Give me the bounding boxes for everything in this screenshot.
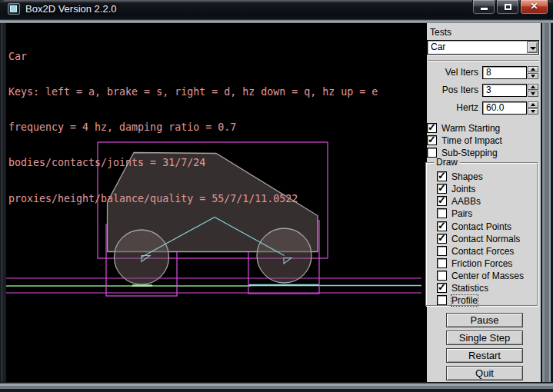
pos-iters-label: Pos Iters: [427, 84, 481, 97]
draw-group-label: Draw: [434, 158, 460, 168]
check-icon: ✓: [428, 134, 436, 145]
shapes-label: Shapes: [451, 171, 483, 182]
arrow-up-icon: [531, 68, 535, 71]
separator: [428, 60, 539, 61]
center-of-masses-checkbox[interactable]: ✓: [437, 271, 447, 281]
warm-starting-label: Warm Starting: [441, 123, 500, 134]
frequency-line: frequency = 4 hz, damping ratio = 0.7: [8, 121, 378, 133]
pairs-label: Pairs: [451, 208, 472, 219]
warm-starting-checkbox[interactable]: ✓: [427, 123, 437, 133]
control-panel: Tests Car Vel Iters 8 Pos Iters 3 Hertz …: [427, 23, 541, 382]
pos-iters-input[interactable]: 3: [482, 84, 527, 97]
restart-button[interactable]: Restart: [446, 348, 523, 363]
vel-iters-spinner: [528, 66, 538, 79]
arrow-up-icon: [531, 85, 535, 88]
aabbs-checkbox[interactable]: ✓: [437, 196, 447, 206]
friction-forces-checkbox[interactable]: ✓: [437, 258, 447, 268]
check-icon: ✓: [438, 170, 446, 181]
close-button[interactable]: ✕: [520, 0, 548, 15]
friction-forces-label: Friction Forces: [451, 258, 512, 269]
title-bar[interactable]: Box2D Version 2.2.0 ✕: [0, 0, 553, 23]
pairs-checkbox[interactable]: ✓: [437, 208, 447, 218]
check-icon: ✓: [438, 220, 446, 231]
window-controls: ✕: [471, 0, 548, 15]
profile-checkbox[interactable]: ✓: [437, 295, 447, 305]
hertz-spinner: [528, 101, 538, 115]
tests-dropdown[interactable]: Car: [427, 40, 539, 55]
keys-help-line: Keys: left = a, brake = s, right = d, hz…: [8, 86, 378, 98]
contact-normals-checkbox[interactable]: ✓: [437, 234, 447, 244]
pos-iters-spin-down[interactable]: [528, 91, 538, 97]
contact-points-label: Contact Points: [451, 221, 511, 232]
statistics-label: Statistics: [451, 283, 488, 294]
hertz-label: Hertz: [427, 101, 481, 115]
tests-dropdown-button[interactable]: [527, 42, 538, 53]
profile-label: Profile: [451, 295, 478, 306]
app-icon: [8, 3, 20, 15]
shapes-checkbox[interactable]: ✓: [437, 171, 447, 181]
check-icon: ✓: [438, 194, 446, 206]
window-frame-left: [0, 23, 6, 392]
vel-iters-spin-down[interactable]: [528, 73, 538, 79]
check-icon: ✓: [428, 121, 436, 133]
check-icon: ✓: [438, 182, 446, 194]
tests-dropdown-value: Car: [431, 42, 445, 53]
pause-button[interactable]: Pause: [446, 313, 523, 327]
window-title: Box2D Version 2.2.0: [25, 3, 117, 15]
aabbs-label: AABBs: [451, 196, 481, 207]
check-icon: ✓: [438, 281, 446, 293]
contact-normals-label: Contact Normals: [451, 234, 520, 244]
check-icon: ✓: [438, 232, 446, 244]
time-of-impact-label: Time of Impact: [441, 135, 502, 146]
hertz-input[interactable]: 60.0: [482, 101, 527, 115]
maximize-button[interactable]: [496, 0, 519, 15]
contact-forces-label: Contact Forces: [451, 246, 514, 257]
minimize-button[interactable]: [472, 0, 495, 15]
pos-iters-spinner: [528, 84, 538, 97]
bodies-stats-line: bodies/contacts/joints = 31/7/24: [8, 157, 378, 168]
tests-label: Tests: [430, 27, 451, 38]
contact-points-checkbox[interactable]: ✓: [437, 221, 447, 231]
joints-label: Joints: [451, 184, 475, 194]
maximize-icon: [505, 4, 511, 10]
arrow-down-icon: [531, 92, 535, 95]
time-of-impact-checkbox[interactable]: ✓: [427, 135, 437, 145]
hertz-spin-up[interactable]: [528, 101, 538, 108]
box2d-testbed-window: Box2D Version 2.2.0 ✕: [0, 0, 553, 392]
test-name-line: Car: [8, 51, 378, 62]
vel-iters-input[interactable]: 8: [482, 66, 527, 79]
close-icon: ✕: [530, 1, 538, 12]
window-frame-bottom: [0, 382, 553, 392]
vel-iters-label: Vel Iters: [427, 66, 481, 79]
proxies-stats-line: proxies/height/balance/quality = 55/7/1/…: [8, 193, 378, 204]
statistics-checkbox[interactable]: ✓: [437, 283, 447, 293]
pos-iters-spin-up[interactable]: [528, 84, 538, 90]
debug-info-text: Car Keys: left = a, brake = s, right = d…: [8, 27, 378, 228]
chevron-down-icon: [530, 47, 536, 50]
hertz-spin-down[interactable]: [528, 108, 538, 115]
arrow-down-icon: [531, 110, 535, 113]
center-of-masses-label: Center of Masses: [451, 271, 524, 281]
joints-checkbox[interactable]: ✓: [437, 184, 447, 194]
simulation-canvas[interactable]: Car Keys: left = a, brake = s, right = d…: [6, 23, 427, 382]
contact-forces-checkbox[interactable]: ✓: [437, 246, 447, 256]
draw-group: Draw ✓ Shapes ✓ Joints ✓ AABBs ✓ Pairs ✓…: [425, 162, 538, 306]
single-step-button[interactable]: Single Step: [446, 331, 523, 345]
arrow-up-icon: [531, 103, 535, 106]
minimize-icon: [481, 8, 488, 10]
arrow-down-icon: [531, 75, 535, 78]
quit-button[interactable]: Quit: [446, 366, 523, 380]
vel-iters-spin-up[interactable]: [528, 66, 538, 72]
window-frame-right: [541, 23, 553, 392]
